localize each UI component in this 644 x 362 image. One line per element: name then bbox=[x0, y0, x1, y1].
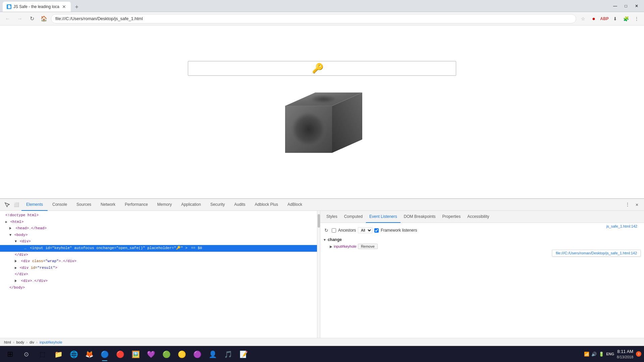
remove-listener-button[interactable]: Remove bbox=[358, 244, 378, 249]
result-close-tag: </div> bbox=[15, 272, 28, 276]
download-button[interactable]: ⬇ bbox=[610, 14, 620, 23]
div1-expand-icon[interactable]: ▼ bbox=[15, 240, 17, 243]
opera-taskbar[interactable]: 🔴 bbox=[113, 347, 127, 362]
listener-expand-icon[interactable]: ▶ bbox=[330, 245, 332, 248]
opera-button[interactable]: ● bbox=[589, 14, 598, 23]
home-button[interactable]: 🏠 bbox=[39, 14, 49, 24]
breadcrumb-input[interactable]: input#keyhole bbox=[38, 340, 64, 344]
devtools-more-button[interactable]: ⋮ bbox=[623, 200, 632, 209]
head-collapse-icon[interactable] bbox=[9, 227, 13, 230]
minimize-button[interactable]: — bbox=[610, 1, 620, 11]
file-explorer-taskbar[interactable]: 📁 bbox=[51, 347, 66, 362]
back-button[interactable]: ← bbox=[3, 14, 13, 24]
tab-elements[interactable]: Elements bbox=[21, 199, 48, 211]
tab-console[interactable]: Console bbox=[48, 199, 72, 211]
tab-sources[interactable]: Sources bbox=[72, 199, 96, 211]
file-ref-link-top[interactable]: js_safe_1.html:142 bbox=[606, 224, 637, 228]
tab-performance[interactable]: Performance bbox=[120, 199, 153, 211]
phpstorm-taskbar[interactable]: 💜 bbox=[144, 347, 158, 362]
language-badge[interactable]: ENG bbox=[606, 352, 614, 356]
dom-line-div-wrap[interactable]: <div class="wrap">…</div> bbox=[0, 258, 320, 265]
devtools-select-element-button[interactable] bbox=[3, 200, 11, 209]
adblock-button[interactable]: ABP bbox=[600, 14, 609, 23]
breadcrumb-body[interactable]: body bbox=[15, 340, 25, 344]
close-button[interactable]: ✕ bbox=[632, 1, 641, 11]
tab-adblock[interactable]: AdBlock bbox=[283, 199, 307, 211]
word-taskbar[interactable]: 📝 bbox=[236, 347, 251, 362]
svg-point-3 bbox=[290, 111, 327, 148]
tab-styles[interactable]: Styles bbox=[323, 211, 341, 223]
event-item-change[interactable]: ▼ change bbox=[323, 236, 641, 243]
dom-line-doctype[interactable]: <!doctype html> bbox=[0, 212, 320, 219]
new-tab-button[interactable]: + bbox=[72, 2, 82, 12]
tab-memory[interactable]: Memory bbox=[153, 199, 176, 211]
ancestors-label: Ancestors bbox=[338, 228, 356, 233]
pycharm-taskbar[interactable]: 🟡 bbox=[174, 347, 189, 362]
dom-line-div1-close[interactable]: </div> bbox=[0, 252, 320, 258]
music-taskbar[interactable]: 🎵 bbox=[221, 347, 235, 362]
dom-line-result[interactable]: ▶ <div id="result"> bbox=[0, 265, 320, 272]
html-collapse-icon[interactable]: ▶ bbox=[5, 220, 7, 224]
dom-scrollbar[interactable] bbox=[317, 211, 320, 338]
dom-line-div-extra[interactable]: <div>…</div> bbox=[0, 278, 320, 285]
framework-listeners-checkbox[interactable] bbox=[374, 228, 379, 233]
tab-computed[interactable]: Computed bbox=[341, 211, 366, 223]
dom-line-result-close[interactable]: </div> bbox=[0, 271, 320, 278]
dom-line-input[interactable]: … <input id="keyhole" autofocus onchange… bbox=[0, 245, 320, 252]
network-icon[interactable]: 📶 bbox=[584, 352, 589, 357]
forward-button[interactable]: → bbox=[15, 14, 25, 24]
dom-line-body-close[interactable]: </body> bbox=[0, 285, 320, 291]
tab-accessibility[interactable]: Accessibility bbox=[464, 211, 492, 223]
navigation-bar: ← → ↻ 🏠 file:///C:/Users/roman/Desktop/j… bbox=[0, 12, 644, 25]
extra-div-icon[interactable] bbox=[15, 280, 18, 282]
user-taskbar[interactable]: 👤 bbox=[205, 347, 220, 362]
dom-line-html[interactable]: ▶ <html> bbox=[0, 219, 320, 226]
ancestors-checkbox[interactable] bbox=[332, 228, 336, 233]
menu-button[interactable]: ⋮ bbox=[632, 14, 641, 23]
extensions-button[interactable]: 🧩 bbox=[621, 14, 631, 23]
tab-event-listeners[interactable]: Event Listeners bbox=[366, 211, 400, 223]
dom-line-head[interactable]: <head>…</head> bbox=[0, 225, 320, 232]
ancestors-select[interactable]: All bbox=[358, 227, 372, 233]
webstorm-taskbar[interactable]: 🟢 bbox=[159, 347, 174, 362]
result-expand-icon[interactable]: ▶ bbox=[15, 266, 17, 270]
chrome-taskbar[interactable]: 🔵 bbox=[97, 347, 112, 362]
address-bar[interactable]: file:///C:/Users/roman/Desktop/js_safe_1… bbox=[51, 14, 576, 23]
task-view-button[interactable]: ⬚ bbox=[35, 347, 50, 362]
div1-close-tag: </div> bbox=[15, 253, 28, 257]
rider-taskbar[interactable]: 🟣 bbox=[190, 347, 205, 362]
notification-badge[interactable]: 3 bbox=[636, 351, 641, 357]
start-button[interactable]: ⊞ bbox=[3, 347, 17, 362]
tab-close-button[interactable]: ✕ bbox=[61, 4, 67, 9]
photos-taskbar[interactable]: 🖼️ bbox=[128, 347, 143, 362]
search-button[interactable]: ⊙ bbox=[19, 347, 34, 362]
devtools-close-button[interactable]: ✕ bbox=[633, 200, 641, 209]
wrap-collapse-icon[interactable] bbox=[15, 260, 18, 262]
tab-properties[interactable]: Properties bbox=[439, 211, 464, 223]
reload-button[interactable]: ↻ bbox=[27, 14, 37, 24]
edge-taskbar[interactable]: 🌐 bbox=[66, 347, 81, 362]
breadcrumb-html[interactable]: html bbox=[3, 340, 12, 344]
tab-network[interactable]: Network bbox=[96, 199, 120, 211]
refresh-event-listeners-button[interactable]: ↻ bbox=[323, 227, 330, 234]
bookmark-button[interactable]: ☆ bbox=[578, 14, 588, 23]
battery-icon[interactable]: 🔋 bbox=[599, 352, 604, 357]
dom-line-body[interactable]: ▼ <body> bbox=[0, 232, 320, 239]
dom-scroll-thumb[interactable] bbox=[318, 214, 320, 228]
keyhole-input[interactable] bbox=[188, 61, 456, 76]
breadcrumb-div[interactable]: div bbox=[28, 340, 36, 344]
devtools-device-toolbar-button[interactable]: ⬜ bbox=[12, 200, 21, 209]
maximize-button[interactable]: □ bbox=[621, 1, 631, 11]
volume-icon[interactable]: 🔊 bbox=[591, 352, 597, 357]
tab-security[interactable]: Security bbox=[206, 199, 229, 211]
body-expand-icon[interactable]: ▼ bbox=[9, 233, 11, 237]
firefox-taskbar[interactable]: 🦊 bbox=[82, 347, 97, 362]
file-link-tooltip[interactable]: file:///C:/Users/roman/Desktop/js_safe_1… bbox=[552, 250, 641, 256]
tab-dom-breakpoints[interactable]: DOM Breakpoints bbox=[400, 211, 439, 223]
tab-audits[interactable]: Audits bbox=[229, 199, 250, 211]
taskbar-clock[interactable]: 8:11 AM 8/13/2018 bbox=[617, 349, 633, 360]
tab-adblock-plus[interactable]: Adblock Plus bbox=[250, 199, 283, 211]
browser-tab-active[interactable]: 📄 JS Safe - the leading loca ✕ bbox=[3, 2, 71, 12]
tab-application[interactable]: Application bbox=[176, 199, 206, 211]
dom-line-div1[interactable]: ▼ <div> bbox=[0, 238, 320, 245]
